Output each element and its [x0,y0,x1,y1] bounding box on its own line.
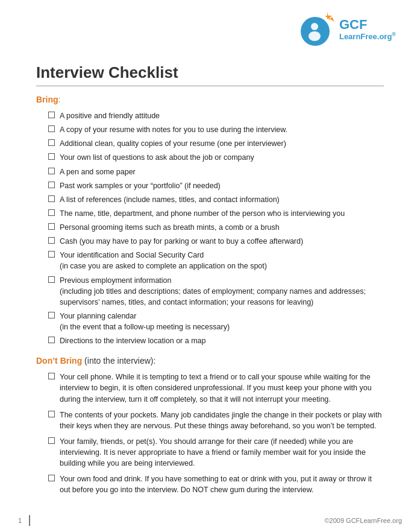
checkbox [48,112,55,118]
item-subtext: (in the event that a follow-up meeting i… [60,321,384,332]
item-text: Your family, friends, or pet(s). You sho… [60,436,384,469]
item-text: A copy of your resume with notes for you… [60,124,384,135]
bring-item: Your own list of questions to ask about … [48,152,384,163]
checkbox [48,182,55,188]
logo-learnfree-text: LearnFree.org® [339,32,396,42]
svg-point-0 [301,17,330,46]
bring-item: A list of references (include names, tit… [48,194,384,205]
item-subtext: (including job titles and descriptions; … [60,286,384,308]
footer: 1 ©2009 GCFLearnFree.org [0,515,420,526]
item-text: Previous employment information(includin… [60,275,384,308]
bring-item: A pen and some paper [48,166,384,177]
dont-bring-item: The contents of your pockets. Many job c… [48,410,384,431]
checkbox [48,139,55,146]
page-number: 1 [18,517,22,524]
page-title: Interview Checklist [36,63,384,82]
logo-gcf-text: GCF [339,17,396,32]
bring-item: Cash (you may have to pay for parking or… [48,236,384,247]
item-text: Directions to the interview location or … [60,335,384,346]
dont-bring-checklist: Your cell phone. While it is tempting to… [48,372,384,495]
checkbox [48,437,55,444]
item-text: A list of references (include names, tit… [60,194,384,205]
bring-item: Personal grooming items such as breath m… [48,222,384,233]
checkbox [48,312,55,318]
item-text: Cash (you may have to pay for parking or… [60,236,384,247]
item-text: A pen and some paper [60,166,384,177]
bring-label: Bring: [36,95,384,104]
dont-bring-section: Don’t Bring (into the interview): Your c… [36,356,384,495]
bring-item: Your planning calendar(in the event that… [48,311,384,332]
bring-item: The name, title, department, and phone n… [48,208,384,219]
logo-icon [298,11,336,48]
item-text: A positive and friendly attitude [60,110,384,121]
item-text: Additional clean, quality copies of your… [60,138,384,149]
bring-item: A positive and friendly attitude [48,110,384,121]
item-text: Your planning calendar(in the event that… [60,311,384,332]
checkbox [48,209,55,216]
item-text: The name, title, department, and phone n… [60,208,384,219]
dont-bring-label: Don’t Bring (into the interview): [36,356,384,366]
checkbox [48,153,55,160]
checkbox [48,125,55,132]
checkbox [48,195,55,202]
copyright: ©2009 GCFLearnFree.org [324,517,402,524]
svg-point-2 [309,31,321,41]
checkbox [48,475,55,481]
dont-bring-item: Your own food and drink. If you have som… [48,473,384,495]
footer-divider [29,515,30,526]
bring-item: Your identification and Social Security … [48,250,384,271]
bring-item: Directions to the interview location or … [48,335,384,346]
item-text: Your own food and drink. If you have som… [60,473,384,495]
item-text: Your cell phone. While it is tempting to… [60,372,384,404]
logo-text: GCF LearnFree.org® [339,17,396,42]
svg-point-1 [311,23,318,30]
item-subtext: (in case you are asked to complete an ap… [60,261,384,271]
checkbox [48,223,55,230]
page: GCF LearnFree.org® Interview Checklist B… [0,0,420,532]
item-text: Your identification and Social Security … [60,250,384,271]
dont-bring-item: Your cell phone. While it is tempting to… [48,372,384,404]
checkbox [48,237,55,244]
svg-marker-4 [328,14,334,22]
bring-item: Previous employment information(includin… [48,275,384,308]
checkbox [48,411,55,417]
bring-checklist: A positive and friendly attitudeA copy o… [48,110,384,346]
logo-area: GCF LearnFree.org® [298,11,396,48]
checkbox [48,373,55,379]
item-text: Past work samples or your “portfolio” (i… [60,180,384,191]
dont-bring-item: Your family, friends, or pet(s). You sho… [48,436,384,469]
item-text: The contents of your pockets. Many job c… [60,410,384,431]
checkbox [48,276,55,283]
bring-item: Additional clean, quality copies of your… [48,138,384,149]
item-text: Personal grooming items such as breath m… [60,222,384,233]
checkbox [48,251,55,258]
item-text: Your own list of questions to ask about … [60,152,384,163]
title-divider [36,86,384,86]
bring-item: Past work samples or your “portfolio” (i… [48,180,384,191]
checkbox [48,337,55,343]
checkbox [48,168,55,174]
bring-item: A copy of your resume with notes for you… [48,124,384,135]
